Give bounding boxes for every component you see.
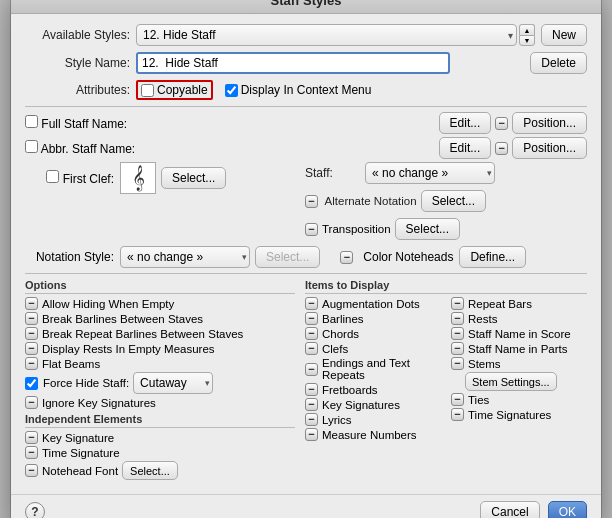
alternate-notation-label: Alternate Notation xyxy=(325,195,417,207)
itd-chords-minus[interactable]: − xyxy=(305,327,318,340)
alternate-notation-select[interactable]: Select... xyxy=(421,190,486,212)
full-staff-name-minus[interactable]: − xyxy=(495,117,508,130)
itd-staff-name-score-label: Staff Name in Score xyxy=(468,328,571,340)
copyable-wrapper: Copyable xyxy=(136,80,213,100)
stem-settings-btn[interactable]: Stem Settings... xyxy=(465,372,557,391)
flat-beams-label: Flat Beams xyxy=(42,358,100,370)
itd-measure-nums-minus[interactable]: − xyxy=(305,428,318,441)
copyable-label: Copyable xyxy=(157,83,208,97)
full-staff-name-edit[interactable]: Edit... xyxy=(439,112,492,134)
ie-key-signature: − Key Signature xyxy=(25,431,295,444)
break-repeat-barlines-label: Break Repeat Barlines Between Staves xyxy=(42,328,243,340)
copyable-checkbox[interactable] xyxy=(141,84,154,97)
ie-notehead-label: Notehead Font xyxy=(42,465,118,477)
define-button[interactable]: Define... xyxy=(459,246,526,268)
ie-key-sig-minus[interactable]: − xyxy=(25,431,38,444)
itd-fretboards-label: Fretboards xyxy=(322,384,378,396)
itd-barlines-label: Barlines xyxy=(322,313,364,325)
itd-staff-name-parts-minus[interactable]: − xyxy=(451,342,464,355)
full-staff-name-checkbox[interactable] xyxy=(25,115,38,128)
items-col1: −Augmentation Dots −Barlines −Chords −Cl… xyxy=(305,297,441,443)
available-styles-select[interactable]: 12. Hide Staff xyxy=(136,24,517,46)
itd-staff-name-parts-label: Staff Name in Parts xyxy=(468,343,568,355)
independent-elements-header: Independent Elements xyxy=(25,413,295,428)
ie-notehead-select-btn[interactable]: Select... xyxy=(122,461,178,480)
itd-key-sigs-minus[interactable]: − xyxy=(305,398,318,411)
itd-key-sigs-label: Key Signatures xyxy=(322,399,400,411)
flat-beams-minus[interactable]: − xyxy=(25,357,38,370)
full-staff-name-label: Full Staff Name: xyxy=(41,117,127,131)
force-hide-select[interactable]: Cutaway xyxy=(133,372,213,394)
options-list: − Allow Hiding When Empty − Break Barlin… xyxy=(25,297,295,409)
transposition-select[interactable]: Select... xyxy=(395,218,460,240)
ie-time-sig-minus[interactable]: − xyxy=(25,446,38,459)
new-button[interactable]: New xyxy=(541,24,587,46)
abbr-staff-name-label: Abbr. Staff Name: xyxy=(41,142,136,156)
notation-style-select-btn[interactable]: Select... xyxy=(255,246,320,268)
itd-ties-label: Ties xyxy=(468,394,489,406)
transposition-label: Transposition xyxy=(322,223,391,235)
display-in-context-menu-checkbox[interactable] xyxy=(225,84,238,97)
abbr-staff-name-edit[interactable]: Edit... xyxy=(439,137,492,159)
abbr-staff-name-minus[interactable]: − xyxy=(495,142,508,155)
force-hide-checkbox[interactable] xyxy=(25,377,38,390)
ignore-key-minus[interactable]: − xyxy=(25,396,38,409)
itd-staff-name-score-minus[interactable]: − xyxy=(451,327,464,340)
delete-button[interactable]: Delete xyxy=(530,52,587,74)
ie-notehead-minus[interactable]: − xyxy=(25,464,38,477)
option-ignore-key: − Ignore Key Signatures xyxy=(25,396,295,409)
bottom-bar: ? Cancel OK xyxy=(11,494,601,518)
abbr-staff-name-checkbox[interactable] xyxy=(25,140,38,153)
items-col2: −Repeat Bars −Rests −Staff Name in Score… xyxy=(451,297,587,443)
itd-aug-dots-minus[interactable]: − xyxy=(305,297,318,310)
abbr-staff-name-position[interactable]: Position... xyxy=(512,137,587,159)
color-noteheads-minus[interactable]: − xyxy=(340,251,353,264)
itd-rests-minus[interactable]: − xyxy=(451,312,464,325)
itd-lyrics-minus[interactable]: − xyxy=(305,413,318,426)
style-name-input[interactable] xyxy=(136,52,450,74)
staff-select[interactable]: « no change » xyxy=(365,162,495,184)
break-repeat-barlines-minus[interactable]: − xyxy=(25,327,38,340)
first-clef-checkbox[interactable] xyxy=(46,170,59,183)
cancel-button[interactable]: Cancel xyxy=(480,501,539,518)
itd-endings-label: Endings and Text Repeats xyxy=(322,357,441,381)
attributes-label: Attributes: xyxy=(25,83,130,97)
itd-barlines-minus[interactable]: − xyxy=(305,312,318,325)
available-styles-down[interactable]: ▼ xyxy=(519,35,535,46)
ok-button[interactable]: OK xyxy=(548,501,587,518)
display-in-context-menu-wrapper: Display In Context Menu xyxy=(225,83,372,97)
ie-time-sig-label: Time Signature xyxy=(42,447,120,459)
help-button[interactable]: ? xyxy=(25,502,45,518)
allow-hiding-label: Allow Hiding When Empty xyxy=(42,298,174,310)
available-styles-up[interactable]: ▲ xyxy=(519,24,535,35)
color-noteheads-label: Color Noteheads xyxy=(363,250,453,264)
ie-key-sig-label: Key Signature xyxy=(42,432,114,444)
itd-stems-minus[interactable]: − xyxy=(451,357,464,370)
alternate-notation-minus: − Alternate Notation xyxy=(305,195,417,208)
itd-repeat-bars-minus[interactable]: − xyxy=(451,297,464,310)
first-clef-select[interactable]: Select... xyxy=(161,167,226,189)
itd-clefs-minus[interactable]: − xyxy=(305,342,318,355)
notation-style-select[interactable]: « no change » xyxy=(120,246,250,268)
clef-preview: 𝄞 xyxy=(120,162,156,194)
itd-fretboards-minus[interactable]: − xyxy=(305,383,318,396)
itd-time-sigs-minus[interactable]: − xyxy=(451,408,464,421)
itd-rests-label: Rests xyxy=(468,313,497,325)
itd-ties-minus[interactable]: − xyxy=(451,393,464,406)
itd-lyrics-label: Lyrics xyxy=(322,414,352,426)
transposition-minus[interactable]: − xyxy=(305,223,318,236)
break-barlines-minus[interactable]: − xyxy=(25,312,38,325)
display-rests-minus[interactable]: − xyxy=(25,342,38,355)
options-header: Options xyxy=(25,279,295,294)
ie-notehead-font: − Notehead Font Select... xyxy=(25,461,295,480)
allow-hiding-minus[interactable]: − xyxy=(25,297,38,310)
itd-endings-minus[interactable]: − xyxy=(305,363,318,376)
full-staff-name-position[interactable]: Position... xyxy=(512,112,587,134)
itd-clefs-label: Clefs xyxy=(322,343,348,355)
first-clef-label: First Clef: xyxy=(63,172,114,186)
staff-label: Staff: xyxy=(305,166,365,180)
option-flat-beams: − Flat Beams xyxy=(25,357,295,370)
break-barlines-label: Break Barlines Between Staves xyxy=(42,313,203,325)
itd-aug-dots-label: Augmentation Dots xyxy=(322,298,420,310)
force-hide-label: Force Hide Staff: xyxy=(43,377,129,389)
